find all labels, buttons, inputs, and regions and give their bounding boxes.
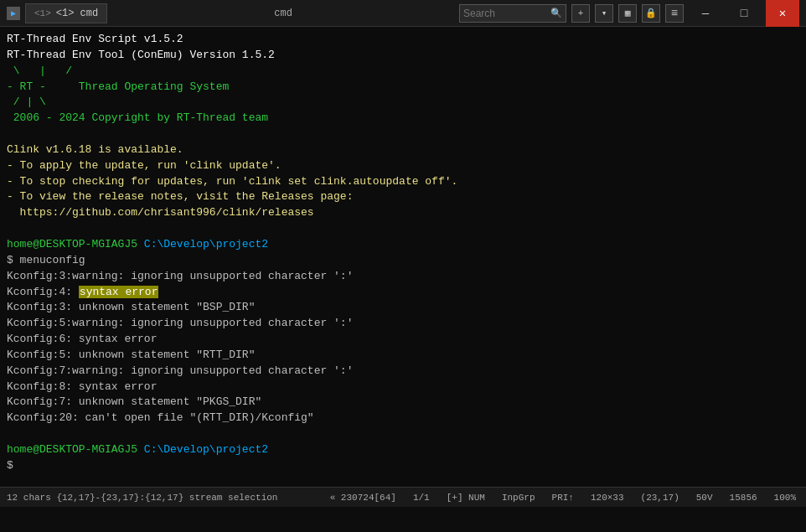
line-2: RT-Thread Env Tool (ConEmu) Version 1.5.… <box>7 48 799 64</box>
line-prompt-2: home@DESKTOP-MGIAGJ5 C:\Develop\project2 <box>7 442 799 458</box>
status-zoom: 100% <box>771 493 799 503</box>
line-prompt-1: home@DESKTOP-MGIAGJ5 C:\Develop\project2 <box>7 237 799 253</box>
line-13 <box>7 221 799 237</box>
line-7 <box>7 127 799 142</box>
statusbar: 12 chars {12,17}-{23,17}:{12,17} stream … <box>0 487 806 507</box>
line-4: - RT - Thread Operating System <box>7 80 799 96</box>
lock-button[interactable]: 🔒 <box>642 4 660 23</box>
status-chars: 15856 <box>726 493 761 503</box>
line-9: - To apply the update, run 'clink update… <box>7 158 799 174</box>
line-10: - To stop checking for updates, run 'cli… <box>7 174 799 190</box>
line-k10: Kconfig:20: can't open file "(RTT_DIR)/K… <box>7 411 799 426</box>
status-input: InpGrp <box>499 493 539 503</box>
add-tab-button[interactable]: + <box>571 4 590 23</box>
status-cursor: (23,17) <box>638 493 683 503</box>
line-k1: Kconfig:3:warning: ignoring unsupported … <box>7 269 799 285</box>
add-dropdown-button[interactable]: ▾ <box>595 4 613 23</box>
app-icon: ▶ <box>7 7 20 20</box>
line-cursor: $ <box>7 458 799 474</box>
line-k3: Kconfig:3: unknown statement "BSP_DIR" <box>7 300 799 316</box>
line-3: \ | / <box>7 64 799 80</box>
line-k6: Kconfig:5: unknown statement "RTT_DIR" <box>7 348 799 364</box>
status-size: 120×33 <box>587 493 628 503</box>
statusbar-right: « 230724[64] 1/1 [+] NUM InpGrp PRI↑ 120… <box>327 493 799 503</box>
statusbar-selection-info: 12 chars {12,17}-{23,17}:{12,17} stream … <box>7 493 313 503</box>
status-voltage: 50V <box>693 493 716 503</box>
view-button[interactable]: ▦ <box>618 4 637 23</box>
line-k2: Kconfig:4: syntax error <box>7 285 799 301</box>
status-mode: [+] NUM <box>443 493 488 503</box>
minimize-button[interactable]: — <box>689 0 722 27</box>
line-k9: Kconfig:7: unknown statement "PKGS_DIR" <box>7 395 799 411</box>
line-6: 2006 - 2024 Copyright by RT-Thread team <box>7 111 799 127</box>
settings-button[interactable]: ≡ <box>665 4 684 23</box>
line-8: Clink v1.6.18 is available. <box>7 142 799 158</box>
line-12: https://github.com/chrisant996/clink/rel… <box>7 205 799 221</box>
terminal-content: RT-Thread Env Script v1.5.2 RT-Thread En… <box>0 27 806 487</box>
line-cmd: $ menuconfig <box>7 253 799 269</box>
tab-number: <1> <box>34 8 51 18</box>
search-icon[interactable]: 🔍 <box>550 8 562 18</box>
status-pos: « 230724[64] <box>327 493 400 503</box>
tab-label: <1> cmd <box>56 8 98 19</box>
line-blank2 <box>7 426 799 442</box>
line-k7: Kconfig:7:warning: ignoring unsupported … <box>7 364 799 380</box>
line-11: - To view the release notes, visit the R… <box>7 189 799 205</box>
titlebar-tab[interactable]: <1> <1> cmd <box>25 3 107 23</box>
line-1: RT-Thread Env Script v1.5.2 <box>7 32 799 48</box>
maximize-button[interactable]: □ <box>727 0 761 27</box>
status-fraction: 1/1 <box>410 493 433 503</box>
search-box: 🔍 <box>459 4 566 23</box>
close-button[interactable]: ✕ <box>766 0 799 27</box>
window-title: cmd <box>112 8 454 19</box>
line-k4: Kconfig:5:warning: ignoring unsupported … <box>7 316 799 332</box>
titlebar: ▶ <1> <1> cmd cmd 🔍 + ▾ ▦ 🔒 ≡ — □ ✕ <box>0 0 806 27</box>
search-input[interactable] <box>463 8 547 19</box>
line-k8: Kconfig:8: syntax error <box>7 380 799 395</box>
status-pri: PRI↑ <box>549 493 577 503</box>
line-k5: Kconfig:6: syntax error <box>7 332 799 348</box>
line-5: / | \ <box>7 95 799 111</box>
